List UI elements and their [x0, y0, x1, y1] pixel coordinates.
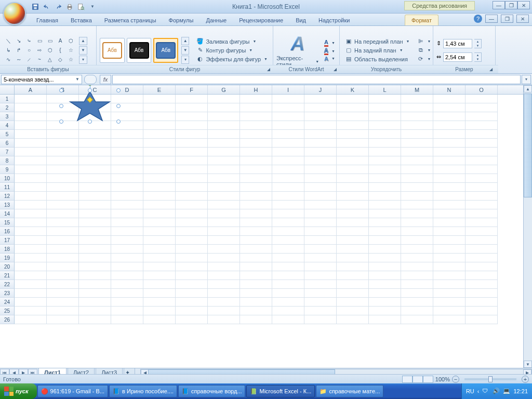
cell[interactable]: [401, 315, 433, 324]
cell[interactable]: [240, 209, 272, 218]
cell[interactable]: [15, 271, 47, 280]
cell[interactable]: [272, 183, 304, 192]
styles-up-icon[interactable]: ▲: [181, 37, 189, 45]
cell[interactable]: [143, 315, 176, 324]
cell[interactable]: [176, 174, 208, 183]
cell[interactable]: [15, 262, 47, 271]
cell[interactable]: [337, 236, 369, 245]
cell[interactable]: [304, 165, 337, 174]
resize-handle-n[interactable]: [88, 88, 92, 92]
cell[interactable]: [111, 148, 143, 156]
cell[interactable]: [466, 289, 498, 298]
cell[interactable]: [79, 209, 111, 218]
cell[interactable]: [176, 156, 208, 165]
cell[interactable]: [272, 139, 304, 148]
cell[interactable]: [369, 209, 401, 218]
cell[interactable]: [79, 121, 111, 130]
cell[interactable]: [401, 165, 433, 174]
cell[interactable]: [79, 218, 111, 227]
cell[interactable]: [111, 139, 143, 148]
cell[interactable]: [143, 201, 176, 209]
cell[interactable]: [111, 245, 143, 254]
cell[interactable]: [369, 218, 401, 227]
cell[interactable]: [240, 156, 272, 165]
shape-line-icon[interactable]: ＼: [3, 36, 14, 46]
gallery-down-icon[interactable]: ▼: [79, 46, 87, 55]
cell[interactable]: [466, 174, 498, 183]
cell[interactable]: [337, 148, 369, 156]
cell[interactable]: [401, 156, 433, 165]
office-button[interactable]: [3, 2, 26, 25]
cell[interactable]: [272, 254, 304, 262]
cell[interactable]: [143, 236, 176, 245]
cell[interactable]: [47, 192, 79, 201]
cell[interactable]: [466, 227, 498, 236]
cell[interactable]: [79, 139, 111, 148]
cell[interactable]: [47, 236, 79, 245]
cell[interactable]: [15, 227, 47, 236]
align-button[interactable]: ⊫▼: [415, 37, 433, 46]
cell[interactable]: [15, 148, 47, 156]
cell[interactable]: [47, 245, 79, 254]
cell[interactable]: [15, 139, 47, 148]
cell[interactable]: [143, 192, 176, 201]
cell[interactable]: [466, 218, 498, 227]
cell[interactable]: [401, 245, 433, 254]
row-header-1[interactable]: 1: [0, 95, 15, 103]
cell[interactable]: [47, 165, 79, 174]
cell[interactable]: [15, 165, 47, 174]
scroll-down-button[interactable]: ▼: [524, 361, 532, 368]
cell[interactable]: [304, 254, 337, 262]
vertical-scrollbar[interactable]: ▲ ▼: [523, 85, 532, 368]
cell[interactable]: [208, 236, 240, 245]
cell[interactable]: [466, 112, 498, 121]
shape-curve-icon[interactable]: ∿: [3, 55, 14, 64]
cell[interactable]: [433, 112, 466, 121]
style-item-1[interactable]: Абв: [100, 38, 125, 63]
row-header-14[interactable]: 14: [0, 209, 15, 218]
cell[interactable]: [176, 130, 208, 139]
width-spinner[interactable]: ▲▼: [474, 52, 482, 62]
row-header-18[interactable]: 18: [0, 245, 15, 254]
cell[interactable]: [240, 227, 272, 236]
cell[interactable]: [176, 192, 208, 201]
tray-icon-2[interactable]: 🔊: [493, 388, 500, 395]
cell[interactable]: [111, 298, 143, 307]
col-header-O[interactable]: O: [466, 85, 498, 94]
cell[interactable]: [401, 121, 433, 130]
undo-icon[interactable]: [42, 2, 52, 12]
cell[interactable]: [111, 156, 143, 165]
cell[interactable]: [111, 192, 143, 201]
cell[interactable]: [369, 271, 401, 280]
zoom-in-button[interactable]: +: [522, 376, 529, 383]
col-header-M[interactable]: M: [401, 85, 433, 94]
cell[interactable]: [79, 298, 111, 307]
height-spinner[interactable]: ▲▼: [474, 39, 482, 48]
cell[interactable]: [433, 315, 466, 324]
cell[interactable]: [240, 201, 272, 209]
shape-rect2-icon[interactable]: ▭: [45, 36, 55, 46]
cell[interactable]: [466, 254, 498, 262]
cell[interactable]: [15, 254, 47, 262]
cell[interactable]: [433, 148, 466, 156]
cell[interactable]: [79, 271, 111, 280]
cell[interactable]: [240, 271, 272, 280]
row-header-4[interactable]: 4: [0, 121, 15, 130]
cell[interactable]: [433, 289, 466, 298]
cell[interactable]: [176, 298, 208, 307]
cell[interactable]: [143, 139, 176, 148]
cell[interactable]: [466, 183, 498, 192]
cell[interactable]: [15, 103, 47, 112]
cell[interactable]: [337, 280, 369, 289]
cell[interactable]: [176, 280, 208, 289]
group-button[interactable]: ⧉▼: [415, 46, 433, 55]
cell[interactable]: [272, 209, 304, 218]
cell[interactable]: [304, 315, 337, 324]
cell[interactable]: [369, 103, 401, 112]
cell[interactable]: [240, 165, 272, 174]
gallery-expand-icon[interactable]: ▾: [79, 56, 87, 64]
cell[interactable]: [176, 201, 208, 209]
cell[interactable]: [143, 209, 176, 218]
cell[interactable]: [15, 121, 47, 130]
cell[interactable]: [240, 130, 272, 139]
